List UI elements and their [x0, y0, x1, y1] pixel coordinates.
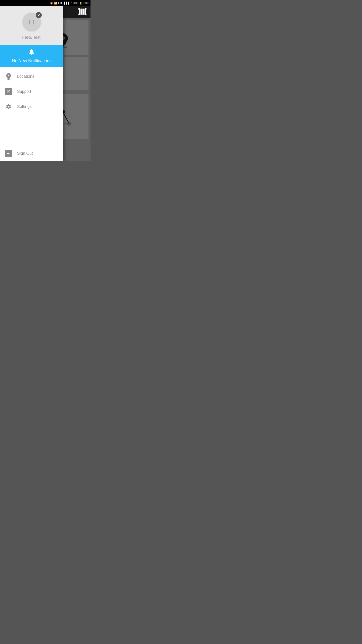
- support-icon: [5, 88, 12, 95]
- greeting-text: Hello, Test!: [22, 35, 42, 40]
- locations-icon: [5, 73, 12, 80]
- nav-item-settings[interactable]: Settings: [0, 99, 63, 114]
- nav-item-locations[interactable]: Locations: [0, 69, 63, 84]
- status-bar: 🔇 📶 LTE ▊▊▊ 100% 🔋 7:00: [0, 0, 90, 6]
- sign-out-icon: [5, 150, 12, 157]
- drawer-overlay: TT Hello, Test! No New Notifications: [0, 6, 90, 161]
- support-label: Support: [17, 89, 31, 94]
- battery-label: 100%: [71, 2, 78, 5]
- svg-point-23: [8, 75, 10, 76]
- drawer-header: TT Hello, Test!: [0, 6, 63, 45]
- sign-out-button[interactable]: Sign Out: [0, 146, 63, 161]
- nav-items-container: Locations Support Settings: [0, 67, 63, 146]
- time-label: 7:00: [83, 2, 88, 5]
- nav-item-support[interactable]: Support: [0, 84, 63, 99]
- settings-icon: [5, 103, 12, 110]
- lte-label: LTE: [58, 2, 63, 5]
- settings-label: Settings: [17, 104, 32, 109]
- sign-out-label: Sign Out: [17, 151, 33, 156]
- bell-icon: [28, 48, 35, 57]
- battery-icon: 🔋: [79, 2, 82, 5]
- avatar-container[interactable]: TT: [22, 12, 42, 32]
- locations-label: Locations: [17, 74, 34, 79]
- notification-text: No New Notifications: [12, 58, 52, 63]
- mute-icon: 🔇: [50, 2, 53, 5]
- avatar-initials: TT: [28, 18, 36, 26]
- edit-avatar-button[interactable]: [36, 12, 42, 18]
- wifi-icon: 📶: [54, 2, 57, 5]
- signal-bars-icon: ▊▊▊: [64, 2, 70, 5]
- navigation-drawer: TT Hello, Test! No New Notifications: [0, 6, 63, 161]
- notification-banner[interactable]: No New Notifications: [0, 45, 63, 67]
